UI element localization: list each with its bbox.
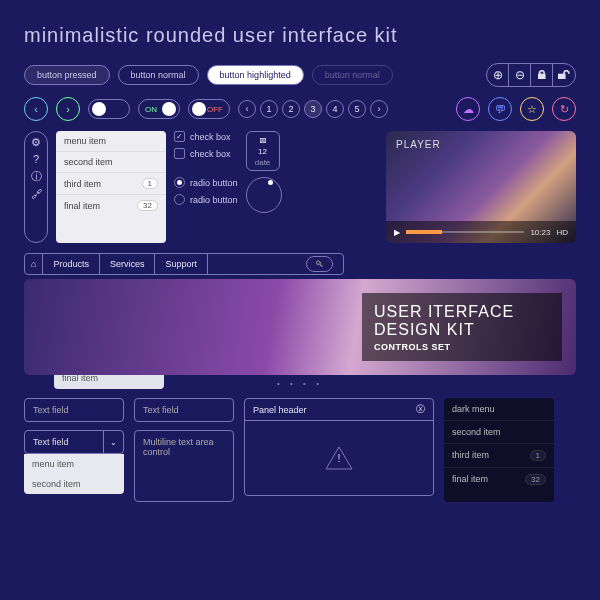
pager-5[interactable]: 5 (348, 100, 366, 118)
select-menu: menu item second item (24, 454, 124, 494)
icon-button-group: ⊕ ⊖ 🔒︎ 🔓︎ (486, 63, 576, 87)
search-icon: 🔍︎ (315, 259, 324, 269)
banner-caption: USER ITERFACEDESIGN KIT CONTROLS SET (362, 293, 562, 361)
dark-menu-item[interactable]: second item (444, 421, 554, 444)
warning-icon: ! (324, 445, 354, 471)
search-input[interactable]: 🔍︎ (306, 256, 333, 272)
dark-menu-item[interactable]: third item1 (444, 444, 554, 468)
close-icon[interactable]: ⓧ (416, 403, 425, 416)
pager-4[interactable]: 4 (326, 100, 344, 118)
pagination: ‹ 1 2 3 4 5 › (238, 100, 388, 118)
chevron-down-icon[interactable]: ⌄ (103, 431, 123, 453)
page-title: minimalistic rounded user interface kit (24, 24, 576, 47)
button-disabled: button normal (312, 65, 393, 85)
pager-prev[interactable]: ‹ (238, 100, 256, 118)
panel: Panel header ⓧ ! (244, 398, 434, 496)
radio-unselected[interactable]: radio button (174, 194, 238, 205)
player-time: 10:23 (530, 228, 550, 237)
text-field-1[interactable]: Text field (24, 398, 124, 422)
dial-knob[interactable] (246, 177, 282, 213)
checkbox-checked[interactable]: ✓check box (174, 131, 238, 142)
player-quality: HD (556, 228, 568, 237)
arrow-right-icon[interactable]: › (56, 97, 80, 121)
textarea-field[interactable]: Multiline text area control (134, 430, 234, 502)
sidebar-toolbar: ⚙ ? ⓘ 🔗︎ (24, 131, 48, 243)
pager-3[interactable]: 3 (304, 100, 322, 118)
radio-selected[interactable]: radio button (174, 177, 238, 188)
check-radio-group: ✓check box check box radio button radio … (174, 131, 238, 243)
button-pressed[interactable]: button pressed (24, 65, 110, 85)
nav-services[interactable]: Services (100, 254, 156, 274)
cloud-icon[interactable]: ☁ (456, 97, 480, 121)
bubble-icon[interactable]: 💬︎ (488, 97, 512, 121)
checkbox-unchecked[interactable]: check box (174, 148, 238, 159)
nav-products[interactable]: Products (43, 254, 100, 274)
play-icon[interactable]: ▶ (394, 228, 400, 237)
menu-item[interactable]: menu item (56, 131, 166, 152)
menu-dark: dark menu second item third item1 final … (444, 398, 554, 502)
date-label: date (255, 158, 271, 167)
refresh-icon[interactable]: ↻ (552, 97, 576, 121)
arrow-left-icon[interactable]: ‹ (24, 97, 48, 121)
info-icon[interactable]: ⓘ (31, 169, 42, 184)
unlock-icon[interactable]: 🔓︎ (553, 64, 575, 86)
pager-next[interactable]: › (370, 100, 388, 118)
button-normal[interactable]: button normal (118, 65, 199, 85)
plus-icon[interactable]: ⊕ (487, 64, 509, 86)
media-player: PLAYER ▶ 10:23 HD (386, 131, 576, 243)
home-icon[interactable]: ⌂ (25, 254, 43, 274)
calendar-icon: 📅︎ (259, 136, 267, 145)
menu-light: menu item second item third item1 final … (56, 131, 166, 243)
minus-icon[interactable]: ⊖ (509, 64, 531, 86)
progress-bar[interactable] (406, 231, 524, 233)
controls-row: ‹ › ON OFF ‹ 1 2 3 4 5 › ☁ 💬︎ ☆ ↻ (24, 97, 576, 121)
dark-menu-item[interactable]: final item32 (444, 468, 554, 491)
toggle-on[interactable]: ON (138, 99, 180, 119)
select-option[interactable]: menu item (24, 454, 124, 474)
date-dial-column: 📅︎ 12 date (246, 131, 282, 243)
menu-item[interactable]: third item1 (56, 173, 166, 195)
button-highlighted[interactable]: button highlighted (207, 65, 304, 85)
gear-icon[interactable]: ⚙ (31, 136, 41, 149)
text-field-2[interactable]: Text field (134, 398, 234, 422)
button-row: button pressed button normal button high… (24, 63, 576, 87)
navbar: ⌂ Products Services Support 🔍︎ (24, 253, 344, 275)
pager-1[interactable]: 1 (260, 100, 278, 118)
panel-header: Panel header (253, 405, 307, 415)
nav-support[interactable]: Support (155, 254, 208, 274)
select-field[interactable]: Text field ⌄ (24, 430, 124, 454)
select-option[interactable]: second item (24, 474, 124, 494)
menu-item[interactable]: second item (56, 152, 166, 173)
toggle-off[interactable]: OFF (188, 99, 230, 119)
pager-2[interactable]: 2 (282, 100, 300, 118)
date-widget[interactable]: 📅︎ 12 date (246, 131, 280, 171)
help-icon[interactable]: ? (33, 153, 39, 165)
dark-menu-item[interactable]: dark menu (444, 398, 554, 421)
hero-banner: USER ITERFACEDESIGN KIT CONTROLS SET (24, 279, 576, 375)
menu-item[interactable]: final item32 (56, 195, 166, 216)
player-title: PLAYER (396, 139, 441, 150)
toggle-plain[interactable] (88, 99, 130, 119)
link-icon[interactable]: 🔗︎ (31, 188, 42, 200)
date-value: 12 (258, 147, 267, 156)
star-icon[interactable]: ☆ (520, 97, 544, 121)
lock-icon[interactable]: 🔒︎ (531, 64, 553, 86)
